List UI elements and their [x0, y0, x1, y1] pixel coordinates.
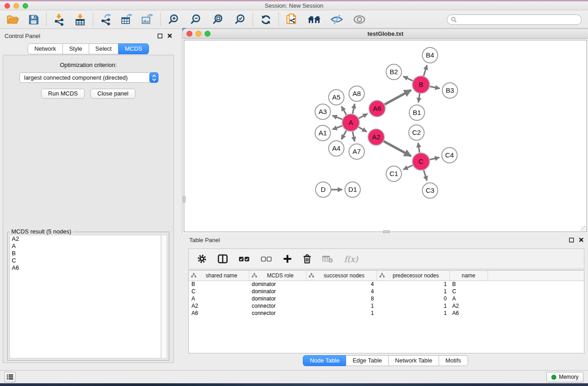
edge-A2-C[interactable]	[384, 141, 411, 156]
vertical-scroll-thumb[interactable]	[183, 196, 186, 202]
table-mode-gear-icon[interactable]	[197, 254, 207, 264]
memory-button[interactable]: Memory	[546, 372, 583, 382]
graph-node-B[interactable]: B	[412, 76, 430, 93]
zoom-fit-icon[interactable]	[210, 12, 225, 27]
edge-C-C4[interactable]	[430, 157, 440, 160]
show-graphics-details-icon[interactable]	[352, 12, 367, 27]
graph-node-A2[interactable]: A2	[368, 129, 384, 145]
export-image-icon[interactable]	[140, 12, 155, 27]
graph-node-D1[interactable]: D1	[345, 182, 360, 197]
edge-A-A1[interactable]	[333, 126, 343, 129]
app-titlebar[interactable]: Session: New Session	[0, 1, 588, 10]
open-folder-icon[interactable]	[5, 12, 20, 27]
graph-node-A6[interactable]: A6	[369, 100, 385, 117]
close-table-panel-icon[interactable]	[579, 238, 583, 242]
tab-mcds[interactable]: MCDS	[118, 43, 149, 54]
unselect-all-columns-icon[interactable]	[261, 256, 272, 262]
edge-A-A8[interactable]	[353, 104, 354, 114]
zoom-in-icon[interactable]	[166, 12, 181, 27]
network-canvas[interactable]: B4B2BB3A8A5A6B1A3AA1C2A2A4A7C4CC1C3DD1	[184, 40, 587, 232]
edge-A-A7[interactable]	[353, 132, 354, 142]
search-input[interactable]	[459, 16, 578, 23]
result-item[interactable]: C	[10, 257, 161, 264]
home-icon[interactable]	[307, 12, 321, 27]
search-box[interactable]	[447, 14, 582, 25]
float-panel-icon[interactable]	[158, 33, 163, 38]
graph-node-C3[interactable]: C3	[422, 183, 438, 198]
close-panel-icon[interactable]	[167, 33, 172, 38]
run-mcds-button[interactable]: Run MCDS	[41, 89, 85, 99]
table-row[interactable]: A2connector11A2	[189, 302, 584, 310]
graph-node-A5[interactable]: A5	[329, 90, 344, 105]
import-table-icon[interactable]	[73, 12, 87, 27]
edge-A-A4[interactable]	[341, 130, 346, 139]
edge-A6-B[interactable]	[385, 90, 411, 105]
graph-node-B2[interactable]: B2	[386, 64, 402, 80]
graph-node-B1[interactable]: B1	[409, 105, 425, 120]
tab-select[interactable]: Select	[89, 43, 119, 54]
graph-node-A7[interactable]: A7	[349, 144, 364, 159]
column-header-name[interactable]: name	[449, 271, 488, 281]
table-tab-node-table[interactable]: Node Table	[303, 355, 346, 366]
zoom-out-icon[interactable]	[188, 12, 203, 27]
hide-graphics-details-icon[interactable]	[330, 12, 344, 27]
table-tab-edge-table[interactable]: Edge Table	[346, 355, 389, 366]
edge-C-C2[interactable]	[418, 143, 420, 153]
table-tab-network-table[interactable]: Network Table	[388, 355, 439, 366]
edge-C-C3[interactable]	[424, 170, 427, 181]
edge-A-A6[interactable]	[359, 114, 368, 118]
dropdown-stepper-icon[interactable]	[149, 72, 158, 83]
window-resize-grip[interactable]	[581, 226, 587, 232]
result-item[interactable]: A	[10, 243, 161, 250]
select-all-columns-icon[interactable]	[239, 256, 250, 262]
graph-node-B4[interactable]: B4	[422, 48, 438, 63]
column-view-icon[interactable]	[218, 254, 228, 263]
graph-node-A[interactable]: A	[342, 114, 359, 131]
column-header-shared-name[interactable]: shared name	[189, 271, 249, 281]
graph-node-A1[interactable]: A1	[315, 125, 330, 141]
table-tab-motifs[interactable]: Motifs	[439, 355, 468, 366]
column-header-successor-nodes[interactable]: successor nodes	[306, 271, 377, 281]
network-window-titlebar[interactable]: testGlobe.txt	[183, 29, 588, 39]
close-panel-button[interactable]: Close panel	[91, 89, 135, 99]
edge-A-A5[interactable]	[341, 106, 346, 115]
edge-B-B3[interactable]	[430, 86, 440, 88]
graph-node-B3[interactable]: B3	[442, 83, 458, 98]
import-network-icon[interactable]	[52, 12, 67, 27]
result-item[interactable]: A2	[10, 235, 161, 243]
export-table-icon[interactable]	[120, 12, 134, 27]
graph-node-A8[interactable]: A8	[349, 86, 364, 101]
float-table-panel-icon[interactable]	[569, 238, 574, 243]
tab-style[interactable]: Style	[62, 43, 89, 54]
table-row[interactable]: Adominator80A	[189, 295, 584, 302]
edge-C-C1[interactable]	[403, 165, 413, 169]
criterion-dropdown[interactable]: largest connected component (directed)	[19, 72, 154, 83]
delete-table-icon[interactable]	[322, 255, 333, 263]
column-header-mcds-role[interactable]: MCDS role	[249, 271, 306, 281]
panel-menu-button[interactable]	[5, 372, 15, 382]
zoom-selected-icon[interactable]	[233, 12, 247, 27]
graph-node-C2[interactable]: C2	[409, 125, 424, 140]
graph-node-A4[interactable]: A4	[329, 141, 344, 156]
graph-node-D[interactable]: D	[316, 182, 331, 197]
tab-network[interactable]: Network	[28, 43, 63, 54]
graph-node-C4[interactable]: C4	[442, 148, 457, 163]
graph-node-A3[interactable]: A3	[315, 104, 330, 119]
graph-node-C1[interactable]: C1	[386, 166, 402, 181]
table-row[interactable]: Cdominator41C	[189, 288, 584, 295]
edge-B-B1[interactable]	[418, 94, 420, 102]
create-new-column-icon[interactable]	[283, 254, 292, 263]
apply-layout-icon[interactable]	[258, 12, 273, 27]
result-scrollbar[interactable]	[161, 235, 167, 358]
function-builder-icon[interactable]: f(x)	[344, 254, 358, 264]
open-session-icon[interactable]	[284, 12, 299, 27]
result-item[interactable]: B	[10, 250, 161, 257]
graph-node-C[interactable]: C	[412, 153, 430, 170]
column-header-predecessor-nodes[interactable]: predecessor nodes	[377, 271, 449, 281]
edge-B-B2[interactable]	[403, 76, 413, 81]
result-item[interactable]: A6	[10, 264, 161, 272]
edge-A-A3[interactable]	[332, 115, 342, 119]
edge-B-B4[interactable]	[424, 65, 427, 76]
delete-columns-icon[interactable]	[303, 254, 311, 264]
table-row[interactable]: Bdominator41B	[189, 281, 584, 288]
